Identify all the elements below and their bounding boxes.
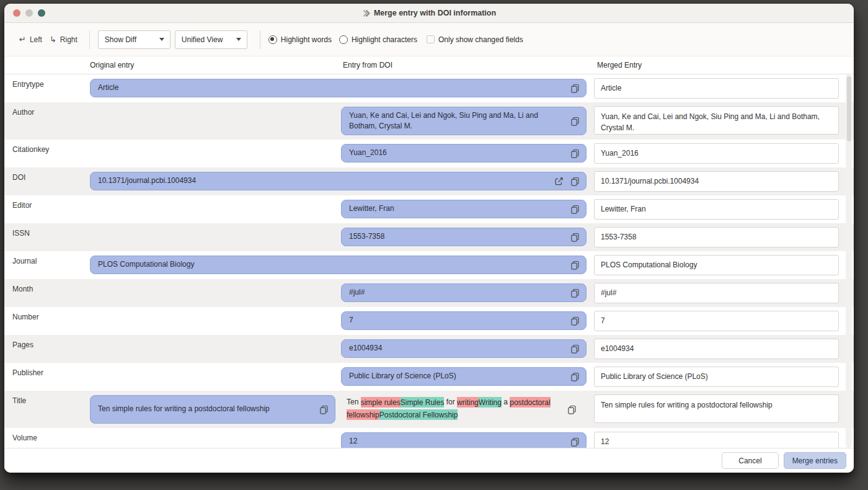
open-external-link-icon[interactable] bbox=[554, 176, 564, 186]
issn-merged-field[interactable]: 1553-7358 bbox=[594, 227, 839, 247]
window-title-text: Merge entry with DOI information bbox=[374, 9, 496, 17]
diff-text: Ten simple rulesSimple Rules for writing… bbox=[347, 396, 560, 421]
titlebar: Merge entry with DOI information bbox=[4, 4, 854, 23]
month-value-pill[interactable]: #jul# bbox=[341, 283, 587, 302]
entrytype-value-pill[interactable]: Article bbox=[90, 79, 587, 97]
copy-icon[interactable] bbox=[319, 404, 329, 414]
volume-value-pill[interactable]: 12 bbox=[341, 432, 587, 448]
pages-merged-field[interactable]: e1004934 bbox=[594, 339, 839, 359]
field-label-month: Month bbox=[12, 285, 33, 293]
diff-view-dropdown[interactable]: Unified View bbox=[175, 30, 247, 49]
window-controls bbox=[13, 9, 45, 17]
original-entry-header: Original entry bbox=[90, 61, 134, 69]
scrollbar-thumb[interactable] bbox=[847, 76, 851, 141]
field-row-author: AuthorYuan, Ke and Cai, Lei and Ngok, Si… bbox=[4, 102, 854, 140]
pill-text: #jul# bbox=[349, 287, 365, 298]
volume-merged-field[interactable]: 12 bbox=[594, 432, 839, 448]
only-changed-checkbox[interactable] bbox=[427, 35, 435, 43]
copy-icon[interactable] bbox=[570, 232, 580, 242]
publisher-merged-field[interactable]: Public Library of Science (PLoS) bbox=[594, 367, 839, 387]
select-right-button[interactable]: ↳ Right bbox=[46, 32, 81, 47]
copy-icon[interactable] bbox=[570, 204, 580, 214]
field-row-doi: DOI10.1371/journal.pcbi.100493410.1371/j… bbox=[4, 167, 854, 195]
field-label-citationkey: Citationkey bbox=[12, 145, 49, 154]
editor-merged-field[interactable]: Lewitter, Fran bbox=[594, 199, 839, 220]
highlight-words-option[interactable]: Highlight words bbox=[268, 35, 332, 44]
diff-mode-dropdown[interactable]: Show Diff bbox=[98, 30, 170, 49]
editor-value-pill[interactable]: Lewitter, Fran bbox=[341, 200, 587, 218]
number-value-pill[interactable]: 7 bbox=[341, 311, 587, 330]
diff-segment-ins: Simple Rules bbox=[401, 397, 445, 408]
field-row-issn: ISSN1553-73581553-7358 bbox=[4, 223, 854, 251]
merged-entry-header: Merged Entry bbox=[597, 61, 642, 69]
author-merged-field[interactable]: Yuan, Ke and Cai, Lei and Ngok, Siu Ping… bbox=[594, 106, 839, 135]
field-row-journal: JournalPLOS Computational BiologyPLOS Co… bbox=[4, 251, 854, 279]
close-window-button[interactable] bbox=[13, 9, 20, 17]
arrow-right-hook-icon: ↳ bbox=[50, 35, 56, 44]
entry-from-doi-header: Entry from DOI bbox=[343, 61, 392, 69]
diff-view-value: Unified View bbox=[182, 35, 223, 44]
field-row-title: TitleTen simple rules for writing a post… bbox=[4, 391, 854, 428]
diff-segment-del: writing bbox=[457, 397, 479, 408]
copy-icon[interactable] bbox=[570, 148, 580, 158]
number-merged-field[interactable]: 7 bbox=[594, 311, 839, 331]
copy-icon[interactable] bbox=[570, 437, 580, 447]
copy-icon[interactable] bbox=[570, 316, 580, 326]
field-label-issn: ISSN bbox=[12, 229, 30, 238]
diff-segment-ins: Postdoctoral Fellowship bbox=[379, 409, 458, 420]
field-label-volume: Volume bbox=[12, 434, 37, 442]
title-original-pill[interactable]: Ten simple rules for writing a postdocto… bbox=[90, 395, 335, 424]
copy-icon[interactable] bbox=[570, 344, 580, 354]
copy-icon[interactable] bbox=[570, 372, 580, 381]
author-value-pill[interactable]: Yuan, Ke and Cai, Lei and Ngok, Siu Ping… bbox=[341, 107, 587, 135]
merge-entries-button[interactable]: Merge entries bbox=[784, 452, 846, 469]
select-left-label: Left bbox=[30, 35, 42, 44]
doi-merged-field[interactable]: 10.1371/journal.pcbi.1004934 bbox=[594, 171, 839, 192]
select-left-button[interactable]: ↵ Left bbox=[16, 32, 46, 47]
journal-value-pill[interactable]: PLOS Computational Biology bbox=[90, 256, 587, 274]
pill-text: 7 bbox=[349, 315, 353, 326]
entrytype-merged-field[interactable]: Article bbox=[594, 78, 839, 99]
copy-icon[interactable] bbox=[567, 404, 577, 414]
toolbar: ↵ Left ↳ Right Show Diff Unified View Hi… bbox=[4, 23, 854, 56]
field-row-entrytype: EntrytypeArticleArticle bbox=[4, 74, 854, 102]
field-row-month: Month#jul##jul# bbox=[4, 279, 854, 307]
copy-icon[interactable] bbox=[570, 116, 580, 126]
doi-value-pill[interactable]: 10.1371/journal.pcbi.1004934 bbox=[90, 172, 587, 190]
highlight-words-radio[interactable] bbox=[268, 35, 277, 44]
copy-icon[interactable] bbox=[570, 260, 580, 270]
diff-segment-same: for bbox=[444, 398, 457, 406]
citationkey-merged-field[interactable]: Yuan_2016 bbox=[594, 143, 839, 164]
citationkey-value-pill[interactable]: Yuan_2016 bbox=[341, 144, 587, 163]
pages-value-pill[interactable]: e1004934 bbox=[341, 339, 587, 358]
only-changed-option[interactable]: Only show changed fields bbox=[427, 35, 523, 44]
issn-value-pill[interactable]: 1553-7358 bbox=[341, 228, 587, 246]
publisher-value-pill[interactable]: Public Library of Science (PLoS) bbox=[341, 367, 587, 386]
vertical-scrollbar[interactable] bbox=[846, 74, 852, 448]
month-merged-field[interactable]: #jul# bbox=[594, 283, 839, 303]
field-label-number: Number bbox=[12, 313, 39, 321]
field-label-title: Title bbox=[12, 396, 26, 405]
highlight-characters-option[interactable]: Highlight characters bbox=[339, 35, 417, 44]
pill-text: Ten simple rules for writing a postdocto… bbox=[98, 404, 270, 414]
minimize-window-button[interactable] bbox=[25, 9, 33, 17]
pill-text: Public Library of Science (PLoS) bbox=[349, 371, 456, 381]
highlight-characters-label: Highlight characters bbox=[352, 35, 417, 44]
pill-text: 10.1371/journal.pcbi.1004934 bbox=[98, 176, 196, 186]
diff-segment-same: Ten bbox=[347, 398, 361, 406]
field-label-publisher: Publisher bbox=[12, 368, 43, 377]
cancel-button[interactable]: Cancel bbox=[722, 452, 778, 469]
zoom-window-button[interactable] bbox=[38, 9, 45, 17]
highlight-characters-radio[interactable] bbox=[339, 35, 348, 44]
merge-dialog-window: Merge entry with DOI information ↵ Left … bbox=[4, 4, 854, 473]
copy-icon[interactable] bbox=[570, 288, 580, 298]
title-merged-field[interactable]: Ten simple rules for writing a postdocto… bbox=[594, 394, 839, 423]
title-doi-diff-cell[interactable]: Ten simple rulesSimple Rules for writing… bbox=[341, 391, 587, 428]
pill-text: Lewitter, Fran bbox=[349, 203, 394, 214]
copy-icon[interactable] bbox=[570, 83, 580, 93]
journal-merged-field[interactable]: PLOS Computational Biology bbox=[594, 255, 839, 275]
chevron-down-icon bbox=[236, 38, 241, 41]
highlight-words-label: Highlight words bbox=[281, 35, 332, 44]
field-rows: EntrytypeArticleArticleAuthorYuan, Ke an… bbox=[4, 74, 854, 448]
copy-icon[interactable] bbox=[570, 176, 580, 186]
